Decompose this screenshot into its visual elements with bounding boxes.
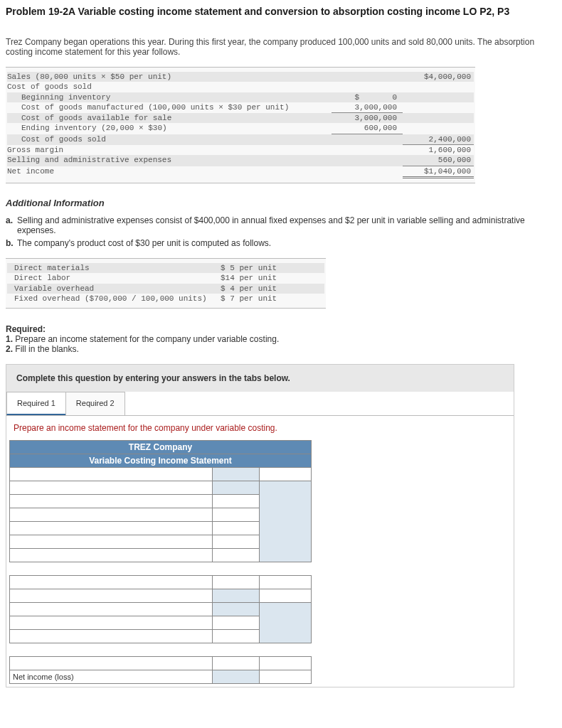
form-cell[interactable] xyxy=(259,657,311,670)
form-cell[interactable] xyxy=(10,468,213,481)
tab-required-2[interactable]: Required 2 xyxy=(65,392,125,415)
form-cell[interactable] xyxy=(10,657,213,670)
required-item-1: 1. 1. Prepare an income statement for th… xyxy=(6,334,556,344)
answer-instruction: Complete this question by entering your … xyxy=(6,365,514,392)
form-cell[interactable] xyxy=(10,589,213,603)
form-cell[interactable] xyxy=(213,549,259,562)
form-cell[interactable] xyxy=(213,657,259,670)
form-cell[interactable] xyxy=(213,522,259,535)
required-header: Required: xyxy=(6,324,556,334)
info-item-a: a. Selling and administrative expenses c… xyxy=(6,215,556,235)
required-item-2: 2. Fill in the blanks. xyxy=(6,344,556,354)
problem-title: Problem 19-2A Variable costing income st… xyxy=(6,6,556,17)
tab-instruction: Prepare an income statement for the comp… xyxy=(6,416,514,440)
form-cell[interactable] xyxy=(213,616,259,630)
form-cell[interactable] xyxy=(259,468,311,481)
form-cell[interactable] xyxy=(10,535,213,549)
form-cell[interactable] xyxy=(213,576,259,589)
net-income-label: Net income (loss) xyxy=(10,670,213,684)
tab-required-1[interactable]: Required 1 xyxy=(6,392,66,415)
form-cell[interactable] xyxy=(213,508,259,522)
product-cost-table: Direct materials$ 5 per unit Direct labo… xyxy=(6,258,326,309)
form-cell[interactable] xyxy=(10,481,213,495)
additional-info-header: Additional Information xyxy=(6,198,556,208)
stmt-header: Variable Costing Income Statement xyxy=(10,454,312,468)
variable-costing-form: TREZ Company Variable Costing Income Sta… xyxy=(9,440,312,684)
form-cell[interactable] xyxy=(10,576,213,589)
form-cell[interactable] xyxy=(259,670,311,684)
form-cell[interactable] xyxy=(10,508,213,522)
form-cell[interactable] xyxy=(10,616,213,630)
form-cell[interactable] xyxy=(259,589,311,603)
info-item-b: b. The company's product cost of $30 per… xyxy=(6,238,556,248)
form-cell[interactable] xyxy=(213,630,259,643)
company-header: TREZ Company xyxy=(10,441,312,454)
form-cell[interactable] xyxy=(10,522,213,535)
tabs: Required 1 Required 2 xyxy=(6,392,514,416)
form-cell[interactable] xyxy=(259,576,311,589)
answer-box: Complete this question by entering your … xyxy=(6,364,514,687)
form-cell[interactable] xyxy=(10,495,213,508)
intro-text: Trez Company began operations this year.… xyxy=(6,37,556,57)
form-cell[interactable] xyxy=(10,603,213,616)
form-cell[interactable] xyxy=(10,630,213,643)
form-cell[interactable] xyxy=(213,495,259,508)
absorption-income-stmt: Sales (80,000 units × $50 per unit)$4,00… xyxy=(6,67,475,183)
form-cell[interactable] xyxy=(10,549,213,562)
form-cell[interactable] xyxy=(213,535,259,549)
